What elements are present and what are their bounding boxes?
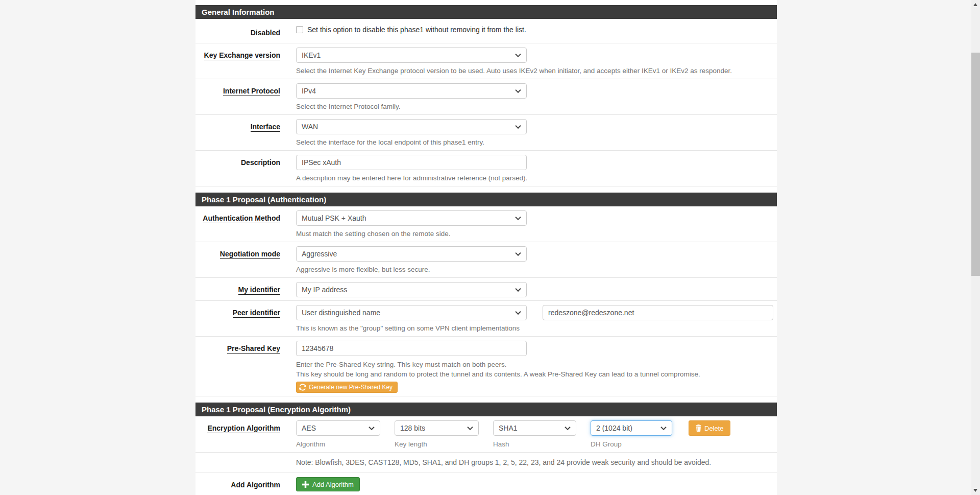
row-encryption-algorithm: Encryption Algorithm AES Algorithm 128 b…: [195, 416, 777, 453]
row-authentication-method: Authentication Method Mutual PSK + Xauth…: [195, 206, 777, 242]
field-label-peer-identifier: Peer identifier: [195, 305, 296, 317]
selected-value: 2 (1024 bit): [596, 424, 632, 432]
chevron-down-icon: [467, 425, 473, 430]
selected-value: Aggressive: [302, 250, 337, 258]
pre-shared-key-input[interactable]: [296, 341, 527, 356]
section-title: Phase 1 Proposal (Authentication): [202, 195, 326, 204]
field-label-add-algorithm: Add Algorithm: [195, 477, 296, 489]
selected-value: User distinguished name: [302, 309, 380, 317]
scroll-down-arrow-icon[interactable]: [973, 489, 977, 492]
row-internet-protocol: Internet Protocol IPv4 Select the Intern…: [195, 79, 777, 115]
field-label-disabled: Disabled: [195, 25, 296, 37]
selected-value: IPv4: [302, 87, 316, 95]
help-text: Must match the setting chosen on the rem…: [296, 229, 773, 239]
row-pre-shared-key: Pre-Shared Key Enter the Pre-Shared Key …: [195, 337, 777, 396]
authentication-method-select[interactable]: Mutual PSK + Xauth: [296, 210, 527, 226]
row-key-exchange-version: Key Exchange version IKEv1 Select the In…: [195, 43, 777, 79]
chevron-down-icon: [369, 425, 374, 430]
add-algorithm-button[interactable]: Add Algorithm: [296, 477, 360, 491]
section-title: General Information: [202, 8, 275, 16]
interface-select[interactable]: WAN: [296, 119, 527, 134]
field-label-internet-protocol: Internet Protocol: [195, 83, 296, 95]
vertical-scrollbar[interactable]: [971, 0, 980, 495]
row-add-algorithm: Add Algorithm Add Algorithm: [195, 473, 777, 494]
disabled-checkbox-label: Set this option to disable this phase1 w…: [307, 25, 526, 35]
field-label-negotiation-mode: Negotiation mode: [195, 246, 296, 258]
scroll-up-arrow-icon[interactable]: [973, 3, 977, 6]
refresh-icon: [299, 384, 306, 391]
selected-value: My IP address: [302, 286, 347, 294]
description-input[interactable]: [296, 155, 527, 170]
field-label-authentication-method: Authentication Method: [195, 210, 296, 222]
delete-algorithm-button[interactable]: Delete: [689, 420, 730, 436]
peer-identifier-select[interactable]: User distinguished name: [296, 305, 527, 320]
chevron-down-icon: [515, 309, 521, 315]
dh-group-select[interactable]: 2 (1024 bit): [591, 420, 672, 436]
section-header-general-information: General Information: [195, 5, 777, 19]
peer-identifier-input[interactable]: [543, 305, 773, 320]
help-text: This is known as the "group" setting on …: [296, 323, 773, 333]
chevron-down-icon: [515, 215, 521, 220]
chevron-down-icon: [565, 425, 570, 430]
hash-select[interactable]: SHA1: [493, 420, 576, 436]
ipsec-phase1-form: General Information Disabled Set this op…: [195, 0, 777, 495]
disabled-checkbox[interactable]: [296, 26, 303, 33]
help-text: Select the Internet Protocol family.: [296, 102, 773, 111]
field-label-pre-shared-key: Pre-Shared Key: [195, 341, 296, 352]
section-title: Phase 1 Proposal (Encryption Algorithm): [202, 405, 351, 414]
help-text: Select the Internet Key Exchange protoco…: [296, 66, 773, 76]
row-disabled: Disabled Set this option to disable this…: [195, 19, 777, 43]
selected-value: WAN: [302, 123, 318, 131]
internet-protocol-select[interactable]: IPv4: [296, 83, 527, 99]
chevron-down-icon: [515, 52, 521, 57]
field-label-my-identifier: My identifier: [195, 282, 296, 294]
negotiation-mode-select[interactable]: Aggressive: [296, 246, 527, 262]
chevron-down-icon: [515, 123, 521, 129]
help-text: Select the interface for the local endpo…: [296, 137, 773, 147]
help-text: Enter the Pre-Shared Key string. This ke…: [296, 360, 773, 369]
selected-value: IKEv1: [302, 51, 321, 59]
key-exchange-version-select[interactable]: IKEv1: [296, 48, 527, 63]
plus-icon: [302, 481, 309, 488]
section-header-phase1-encryption: Phase 1 Proposal (Encryption Algorithm): [195, 403, 777, 416]
algorithm-caption: Algorithm: [296, 439, 380, 449]
chevron-down-icon: [515, 250, 521, 256]
hash-caption: Hash: [493, 439, 576, 449]
dh-group-caption: DH Group: [591, 439, 672, 449]
row-my-identifier: My identifier My IP address: [195, 278, 777, 301]
row-description: Description A description may be entered…: [195, 151, 777, 186]
field-label-encryption-algorithm: Encryption Algorithm: [195, 420, 296, 432]
trash-icon: [695, 425, 702, 432]
field-label-key-exchange-version: Key Exchange version: [195, 48, 296, 59]
chevron-down-icon: [515, 87, 521, 93]
row-peer-identifier: Peer identifier User distinguished name …: [195, 301, 777, 337]
encryption-algorithm-select[interactable]: AES: [296, 420, 380, 436]
help-text: A description may be entered here for ad…: [296, 173, 773, 183]
row-weak-security-note: Note: Blowfish, 3DES, CAST128, MD5, SHA1…: [195, 453, 777, 473]
chevron-down-icon: [515, 286, 521, 292]
row-negotiation-mode: Negotiation mode Aggressive Aggressive i…: [195, 242, 777, 278]
scrollbar-thumb[interactable]: [971, 53, 980, 276]
chevron-down-icon: [660, 425, 666, 430]
help-text: Aggressive is more flexible, but less se…: [296, 265, 773, 274]
field-label-description: Description: [195, 155, 296, 167]
help-text: This key should be long and random to pr…: [296, 369, 773, 379]
field-label-interface: Interface: [195, 119, 296, 131]
generate-psk-button[interactable]: Generate new Pre-Shared Key: [296, 382, 398, 393]
key-length-select[interactable]: 128 bits: [395, 420, 479, 436]
key-length-caption: Key length: [395, 439, 479, 449]
my-identifier-select[interactable]: My IP address: [296, 282, 527, 297]
row-interface: Interface WAN Select the interface for t…: [195, 115, 777, 151]
section-header-phase1-authentication: Phase 1 Proposal (Authentication): [195, 193, 777, 206]
selected-value: SHA1: [499, 424, 518, 432]
selected-value: Mutual PSK + Xauth: [302, 214, 366, 222]
weak-security-note: Note: Blowfish, 3DES, CAST128, MD5, SHA1…: [296, 458, 773, 467]
selected-value: AES: [302, 424, 316, 432]
selected-value: 128 bits: [400, 424, 425, 432]
